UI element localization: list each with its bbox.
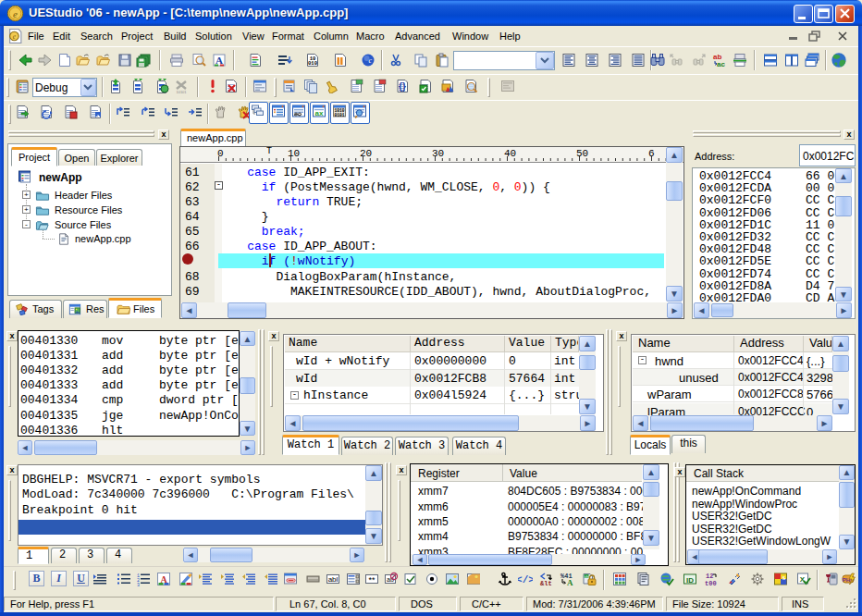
svg-text:e: e (13, 8, 18, 19)
svg-text:{}: {} (399, 81, 406, 92)
svg-text:A: A (567, 578, 573, 586)
svg-text:0101: 0101 (335, 113, 345, 117)
svg-text:abl: abl (328, 575, 339, 584)
svg-text:ch: ch (585, 574, 588, 579)
svg-text:12: 12 (706, 573, 713, 580)
svg-text:ac: ac (717, 60, 725, 68)
svg-text:3: 3 (137, 583, 140, 586)
svg-text:ID: ID (686, 576, 694, 585)
svg-text:&lt: &lt (540, 580, 552, 586)
svg-text:A: A (160, 574, 167, 585)
svg-text:c: c (369, 56, 373, 65)
svg-text:s: s (782, 573, 785, 582)
svg-text:10101: 10101 (176, 90, 187, 94)
svg-text:</>: </> (518, 574, 533, 585)
svg-text:A: A (216, 55, 223, 66)
svg-text:010: 010 (308, 60, 317, 67)
svg-text:**: ** (368, 575, 376, 585)
svg-text:t00: t00 (705, 580, 717, 586)
svg-text:ax: ax (315, 109, 324, 117)
